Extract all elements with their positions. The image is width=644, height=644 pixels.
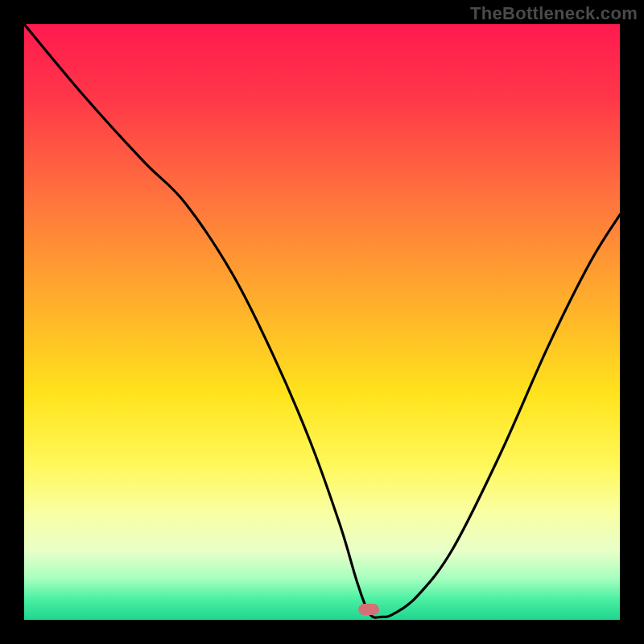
chart-frame: TheBottleneck.com — [0, 0, 644, 644]
plot-area — [24, 24, 620, 620]
watermark-text: TheBottleneck.com — [470, 3, 638, 24]
bottleneck-curve — [24, 24, 620, 620]
optimal-marker — [358, 604, 379, 615]
